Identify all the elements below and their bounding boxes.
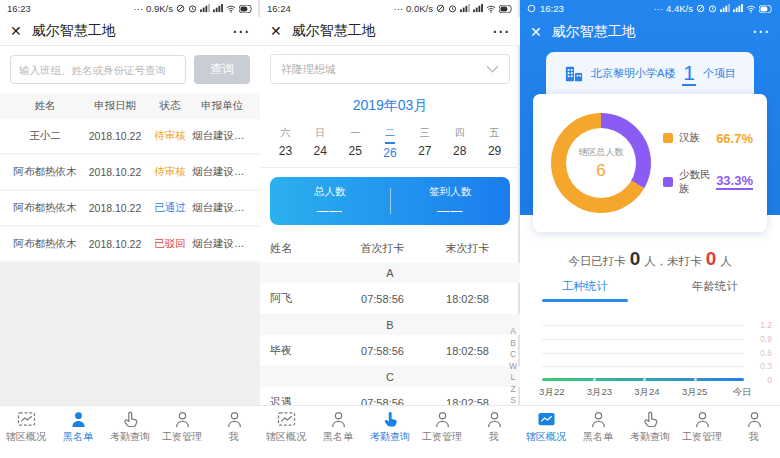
table-row[interactable]: 阿布都热依木 2018.10.22 已通过 烟台建设集团烟台建设... bbox=[0, 191, 260, 227]
attendance-row[interactable]: 迟遇 07:58:56 18:02:58 bbox=[260, 387, 520, 405]
more-menu-icon[interactable]: ⋯ bbox=[752, 21, 770, 42]
chart-icon bbox=[17, 411, 36, 428]
query-button[interactable]: 查询 bbox=[194, 55, 250, 84]
wifi-icon bbox=[486, 5, 496, 13]
week-day[interactable]: 日24 bbox=[303, 122, 338, 160]
table-header: 姓名 申报日期 状态 申报单位 bbox=[0, 93, 260, 119]
declare-date: 2018.10.22 bbox=[82, 166, 148, 178]
total-count: 总人数 —— bbox=[270, 185, 390, 218]
first-punch-time: 07:58:56 bbox=[340, 345, 425, 357]
tab-age-stats[interactable]: 年龄统计 bbox=[650, 279, 780, 308]
title-bar: ✕ 威尔智慧工地 ⋯ bbox=[0, 17, 260, 46]
worker-name: 阿布都热依木 bbox=[8, 165, 82, 179]
close-icon[interactable]: ✕ bbox=[530, 24, 542, 40]
status-time: 16:23 bbox=[540, 3, 564, 14]
page-title: 威尔智慧工地 bbox=[292, 22, 492, 40]
donut-center-value: 6 bbox=[596, 161, 605, 181]
search-row: 查询 bbox=[0, 46, 260, 93]
tab-blacklist[interactable]: 黑名单 bbox=[572, 411, 624, 458]
more-menu-icon[interactable]: ⋯ bbox=[232, 21, 250, 42]
status-dots-icon: ··· bbox=[654, 3, 664, 14]
person-outline-icon bbox=[433, 411, 452, 428]
week-day-selected[interactable]: 二26 bbox=[373, 122, 408, 160]
person-icon bbox=[69, 411, 88, 428]
alphabet-index[interactable]: AB CW LZ S bbox=[509, 327, 517, 405]
col-header-date: 申报日期 bbox=[82, 99, 148, 113]
first-punch-time: 07:58:56 bbox=[340, 397, 425, 406]
building-icon bbox=[564, 65, 584, 83]
table-row[interactable]: 阿布都热依木 2018.10.22 待审核 烟台建设集团 bbox=[0, 155, 260, 191]
col-header-name: 姓名 bbox=[270, 241, 340, 256]
notification-icon bbox=[527, 4, 536, 13]
project-name: 北京黎明小学A楼 bbox=[591, 66, 675, 81]
tab-district-overview[interactable]: 辖区概况 bbox=[0, 411, 52, 458]
tab-salary-management[interactable]: 工资管理 bbox=[156, 411, 208, 458]
tab-blacklist[interactable]: 黑名单 bbox=[52, 411, 104, 458]
tab-salary-management[interactable]: 工资管理 bbox=[416, 411, 468, 458]
tab-bar: 辖区概况 黑名单 考勤查询 工资管理 我 bbox=[260, 405, 520, 458]
week-day[interactable]: 五29 bbox=[477, 122, 512, 160]
declare-unit: 烟台建设集团 bbox=[192, 165, 252, 179]
week-day[interactable]: 三27 bbox=[407, 122, 442, 160]
signal-sim1-icon bbox=[460, 4, 470, 13]
legend-label: 汉族 bbox=[679, 131, 700, 145]
tab-salary-management[interactable]: 工资管理 bbox=[676, 411, 728, 458]
project-count-suffix: 个项目 bbox=[703, 66, 736, 81]
week-day[interactable]: 六23 bbox=[268, 122, 303, 160]
worker-name: 王小二 bbox=[8, 129, 82, 143]
table-row[interactable]: 王小二 2018.10.22 待审核 烟台建设集团 bbox=[0, 119, 260, 155]
tab-me[interactable]: 我 bbox=[468, 411, 520, 458]
project-select[interactable]: 祥隆理想城 bbox=[270, 54, 510, 84]
tab-attendance-query[interactable]: 考勤查询 bbox=[364, 411, 416, 458]
tab-bar: 辖区概况 黑名单 考勤查询 工资管理 我 bbox=[0, 405, 260, 458]
worker-name: 阿布都热依木 bbox=[8, 201, 82, 215]
table-row[interactable]: 阿布都热依木 2018.10.22 已驳回 烟台建设集团 bbox=[0, 227, 260, 263]
tab-attendance-query[interactable]: 考勤查询 bbox=[624, 411, 676, 458]
chart-icon bbox=[537, 411, 556, 428]
section-letter: A bbox=[260, 263, 520, 283]
signal-sim2-icon bbox=[213, 4, 223, 13]
punch-stats: 今日已打卡 0 人，未打卡 0 人 bbox=[520, 248, 780, 270]
tab-me[interactable]: 我 bbox=[208, 411, 260, 458]
tab-district-overview[interactable]: 辖区概况 bbox=[520, 411, 572, 458]
tab-worktype-stats[interactable]: 工种统计 bbox=[520, 279, 650, 308]
col-header-first-punch: 首次打卡 bbox=[340, 241, 425, 256]
section-letter: C bbox=[260, 367, 520, 387]
legend-item-minority: 少数民族 33.3% bbox=[663, 168, 753, 196]
attendance-list[interactable]: A 阿飞 07:58:56 18:02:58 B 毕夜 07:58:56 18:… bbox=[260, 263, 520, 405]
attendance-row[interactable]: 毕夜 07:58:56 18:02:58 bbox=[260, 335, 520, 367]
panel-blacklist: 16:23 ··· 0.9K/s ✕ 威尔智慧工地 ⋯ 查询 姓名 申报日期 bbox=[0, 0, 260, 458]
week-day[interactable]: 一25 bbox=[338, 122, 373, 160]
blue-header-area: 16:23 ··· 4.4K/s ✕ 威尔智慧工地 ⋯ bbox=[520, 0, 780, 215]
tab-me[interactable]: 我 bbox=[728, 411, 780, 458]
col-header-name: 姓名 bbox=[8, 99, 82, 113]
tab-district-overview[interactable]: 辖区概况 bbox=[260, 411, 312, 458]
alarm-icon bbox=[448, 4, 457, 13]
week-strip: 六23 日24 一25 二26 三27 四28 五29 bbox=[260, 122, 520, 168]
data-saver-icon bbox=[696, 4, 705, 13]
more-menu-icon[interactable]: ⋯ bbox=[492, 21, 510, 42]
status-dots-icon: ··· bbox=[394, 3, 404, 14]
active-tab-underline bbox=[542, 299, 628, 302]
status-bar: 16:23 ··· 4.4K/s bbox=[520, 0, 780, 17]
worker-name: 阿布都热依木 bbox=[8, 237, 82, 251]
signal-sim1-icon bbox=[200, 4, 210, 13]
stat-tabs: 工种统计 年龄统计 bbox=[520, 279, 780, 308]
attendance-row[interactable]: 阿飞 07:58:56 18:02:58 bbox=[260, 283, 520, 315]
person-outline-icon bbox=[225, 411, 244, 428]
project-card[interactable]: 北京黎明小学A楼 1 个项目 bbox=[546, 52, 754, 95]
tab-attendance-query[interactable]: 考勤查询 bbox=[104, 411, 156, 458]
month-label[interactable]: 2019年03月 bbox=[260, 92, 520, 122]
title-bar: ✕ 威尔智慧工地 ⋯ bbox=[260, 17, 520, 46]
section-letter: B bbox=[260, 315, 520, 335]
week-day[interactable]: 四28 bbox=[442, 122, 477, 160]
status-time: 16:24 bbox=[267, 3, 291, 14]
search-input[interactable] bbox=[10, 55, 186, 84]
tab-blacklist[interactable]: 黑名单 bbox=[312, 411, 364, 458]
panel-district-overview: 16:23 ··· 4.4K/s ✕ 威尔智慧工地 ⋯ bbox=[520, 0, 780, 458]
close-icon[interactable]: ✕ bbox=[10, 23, 22, 39]
alarm-icon bbox=[188, 4, 197, 13]
status-bar: 16:24 ··· 0.0K/s bbox=[260, 0, 520, 17]
close-icon[interactable]: ✕ bbox=[270, 23, 282, 39]
legend-value: 66.7% bbox=[716, 131, 753, 146]
